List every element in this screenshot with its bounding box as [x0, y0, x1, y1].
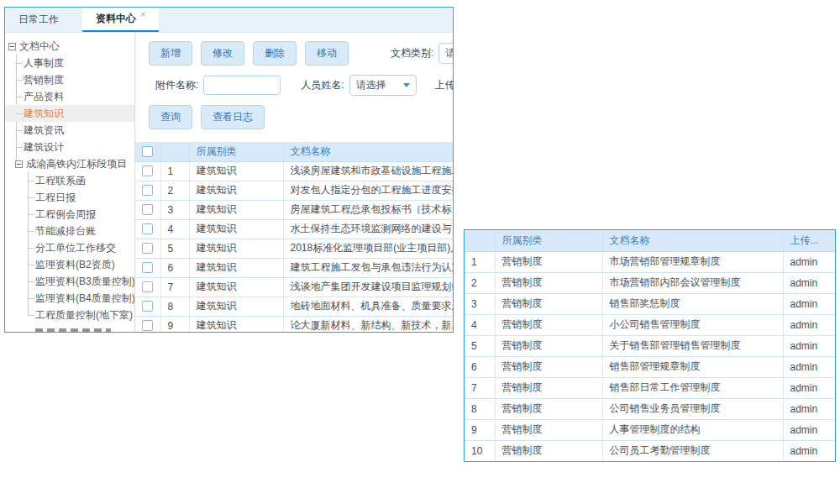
tree-item-工程质量控制(地下室)[interactable]: 工程质量控制(地下室) — [5, 307, 134, 323]
table-row[interactable]: 4营销制度小公司销售管理制度admin — [465, 314, 835, 335]
table-row[interactable]: 3营销制度销售部奖惩制度admin — [465, 293, 835, 314]
row-checkbox[interactable] — [142, 204, 153, 215]
documents-table-wrap: 所属别类 文档名称 1建筑知识浅谈房屋建筑和市政基础设施工程施工...2建筑知识… — [135, 142, 453, 332]
row-index: 1 — [160, 161, 189, 181]
row-checkbox[interactable] — [142, 320, 153, 331]
uploader-cell: admin — [783, 293, 835, 314]
tree-item-文档中心[interactable]: 文档中心 — [5, 38, 134, 55]
table-row[interactable]: 2营销制度市场营销部内部会议管理制度admin — [465, 272, 835, 293]
checkbox-cell — [135, 258, 160, 277]
table-row[interactable]: 7建筑知识浅谈地产集团开发建设项目监理规划编... — [135, 277, 453, 297]
doc-name-cell: 销售部管理规章制度 — [602, 356, 783, 377]
row-checkbox[interactable] — [142, 281, 153, 292]
doc-name-cell: 水土保持生态环境监测网络的建设与资... — [283, 219, 453, 239]
tree-item-建筑知识[interactable]: 建筑知识 — [5, 105, 134, 122]
doc-name-cell: 市场营销部管理规章制度 — [602, 251, 783, 272]
tree-item-成渝高铁内江标段项目[interactable]: 成渝高铁内江标段项目 — [5, 155, 134, 172]
filter-row: 附件名称: 人员姓名: 请选择 上传日期 — [149, 75, 453, 96]
category-cell: 建筑知识 — [189, 181, 283, 200]
table-row[interactable]: 2建筑知识对发包人指定分包的工程施工进度安排... — [135, 181, 453, 200]
table-row[interactable]: 8建筑知识地砖地面材料、机具准备、质量要求及... — [135, 297, 453, 316]
doc-name-header: 文档名称 — [602, 230, 783, 251]
tree-item-label: 建筑设计 — [24, 140, 64, 155]
row-checkbox[interactable] — [142, 223, 153, 234]
doc-category-select[interactable]: 请选择 — [438, 43, 453, 64]
tree-item-label: 营销制度 — [24, 73, 64, 87]
select-all-checkbox[interactable] — [142, 146, 153, 157]
sidebar: 文档中心人事制度营销制度产品资料建筑知识建筑资讯建筑设计成渝高铁内江标段项目工程… — [5, 33, 135, 332]
table-row[interactable]: 8营销制度公司销售业务员管理制度admin — [465, 398, 835, 419]
tree-item-营销制度[interactable]: 营销制度 — [5, 71, 134, 88]
table-row[interactable]: 5营销制度关于销售部管理销售管理制度admin — [465, 335, 835, 356]
tree-item-建筑设计[interactable]: 建筑设计 — [5, 139, 134, 155]
table-row[interactable]: 6营销制度销售部管理规章制度admin — [465, 356, 835, 377]
doc-name-cell: 市场营销部内部会议管理制度 — [602, 272, 783, 293]
tree-item-工程例会周报[interactable]: 工程例会周报 — [5, 206, 134, 223]
table-row[interactable]: 1建筑知识浅谈房屋建筑和市政基础设施工程施工... — [135, 161, 453, 181]
row-checkbox[interactable] — [142, 301, 153, 312]
category-cell: 建筑知识 — [189, 239, 283, 258]
category-cell: 营销制度 — [495, 335, 602, 356]
category-cell: 建筑知识 — [189, 200, 283, 219]
tree-item-监理资料(B4质量控制)[interactable]: 监理资料(B4质量控制) — [5, 290, 134, 307]
tree-item-监理资料(B3质量控制)[interactable]: 监理资料(B3质量控制) — [5, 273, 134, 290]
tree-item-产品资料[interactable]: 产品资料 — [5, 88, 134, 105]
tree-item-label: 产品资料 — [24, 90, 64, 104]
uploader-cell: admin — [783, 272, 835, 293]
table-row[interactable]: 6建筑知识建筑工程施工发包与承包违法行为认定... — [135, 258, 453, 277]
row-checkbox[interactable] — [142, 185, 153, 196]
checkbox-cell — [135, 219, 160, 239]
attachment-name-input[interactable] — [203, 76, 281, 95]
tab-data-center[interactable]: 资料中心 × — [82, 8, 159, 32]
table-row[interactable]: 9营销制度人事管理制度的结构admin — [465, 419, 835, 440]
view-log-button[interactable]: 查看日志 — [201, 105, 265, 129]
table-row[interactable]: 9建筑知识论大厦新材料、新结构、新技术，新工... — [135, 316, 453, 332]
table-row[interactable]: 4建筑知识水土保持生态环境监测网络的建设与资... — [135, 219, 453, 239]
tree-item-监理资料(B2资质)[interactable]: 监理资料(B2资质) — [5, 256, 134, 273]
tree-item-建筑资讯[interactable]: 建筑资讯 — [5, 122, 134, 139]
row-index: 4 — [465, 314, 495, 335]
person-name-select[interactable]: 请选择 — [349, 75, 417, 96]
table-row[interactable]: 10营销制度公司员工考勤管理制度admin — [465, 440, 835, 461]
category-cell: 营销制度 — [495, 272, 602, 293]
doc-name-header: 文档名称 — [283, 142, 453, 161]
search-button[interactable]: 查询 — [149, 105, 192, 129]
collapse-icon[interactable] — [8, 43, 16, 50]
tree-item-label: 工程例会周报 — [35, 207, 96, 222]
delete-button[interactable]: 删除 — [253, 41, 297, 66]
row-checkbox[interactable] — [142, 165, 153, 176]
row-index: 6 — [160, 258, 189, 277]
tree-item-工程联系函[interactable]: 工程联系函 — [5, 172, 134, 189]
doc-name-cell: 浅谈房屋建筑和市政基础设施工程施工... — [283, 161, 453, 181]
action-row: 查询 查看日志 — [149, 105, 453, 129]
category-cell: 建筑知识 — [189, 316, 283, 332]
attachment-name-label: 附件名称: — [155, 78, 198, 92]
doc-name-cell: 浅谈地产集团开发建设项目监理规划编... — [283, 277, 453, 297]
screen: 日常工作 资料中心 × 文档中心人事制度营销制度产品资料建筑知识建筑资讯建筑设计… — [0, 0, 840, 504]
add-button[interactable]: 新增 — [149, 41, 192, 66]
table-header-row: 所属别类 文档名称 — [135, 142, 453, 161]
table-row[interactable]: 1营销制度市场营销部管理规章制度admin — [465, 251, 835, 272]
uploader-cell: admin — [783, 251, 835, 272]
table-row[interactable]: 7营销制度销售部日常工作管理制度admin — [465, 377, 835, 398]
tab-daily-work[interactable]: 日常工作 — [5, 8, 72, 32]
tree-item-label: 监理资料(B2资质) — [35, 258, 115, 272]
move-button[interactable]: 移动 — [305, 41, 349, 66]
tree-item-分工单位工作移交[interactable]: 分工单位工作移交 — [5, 239, 134, 256]
row-checkbox[interactable] — [142, 262, 153, 273]
row-index: 3 — [465, 293, 495, 314]
checkbox-cell — [135, 316, 160, 332]
table-row[interactable]: 5建筑知识2018标准化监理项目部(业主项目部)人员... — [135, 239, 453, 258]
row-checkbox[interactable] — [142, 243, 153, 254]
tab-close-icon[interactable]: × — [140, 9, 145, 19]
table-row[interactable]: 3建筑知识房屋建筑工程总承包投标书（技术标）... — [135, 200, 453, 219]
collapse-icon[interactable] — [15, 160, 23, 168]
tree-item-节能减排台账[interactable]: 节能减排台账 — [5, 223, 134, 239]
tree-item-人事制度[interactable]: 人事制度 — [5, 55, 134, 71]
category-cell: 建筑知识 — [189, 258, 283, 277]
edit-button[interactable]: 修改 — [201, 41, 244, 66]
category-cell: 营销制度 — [495, 419, 602, 440]
tree-item-工程日报[interactable]: 工程日报 — [5, 189, 134, 206]
checkbox-cell — [135, 297, 160, 316]
upload-date-label: 上传日期 — [435, 78, 453, 92]
